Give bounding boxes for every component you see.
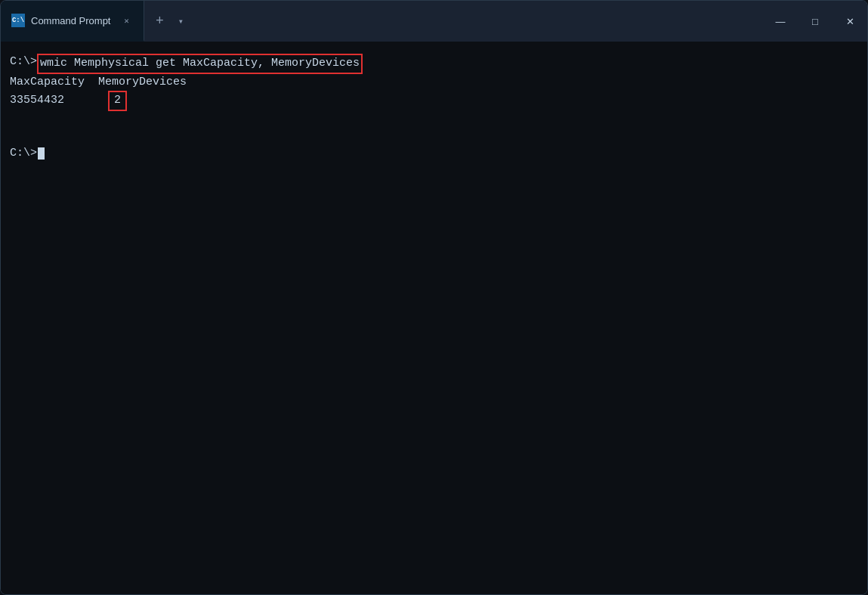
max-capacity-value: 33554432 — [10, 92, 108, 110]
window: C:\ Command Prompt ✕ + ▾ — □ ✕ C:\>wmic … — [0, 0, 868, 595]
title-bar: C:\ Command Prompt ✕ + ▾ — □ ✕ — [1, 1, 867, 42]
cmd-icon: C:\ — [11, 14, 25, 27]
cursor — [38, 147, 45, 160]
blank-line-1 — [10, 111, 858, 129]
tab-dropdown-button[interactable]: ▾ — [171, 9, 190, 33]
blank-line-2 — [10, 128, 858, 145]
command-line: C:\>wmic Memphysical get MaxCapacity, Me… — [10, 54, 858, 74]
terminal-body[interactable]: C:\>wmic Memphysical get MaxCapacity, Me… — [1, 42, 867, 594]
tab-close-button[interactable]: ✕ — [119, 14, 133, 27]
output-value-line: 33554432 2 — [10, 91, 858, 111]
tab-title: Command Prompt — [31, 15, 110, 26]
output-header: MaxCapacity MemoryDevices — [10, 74, 858, 91]
tab-area: C:\ Command Prompt ✕ + ▾ — [1, 1, 763, 42]
maximize-button[interactable]: □ — [798, 1, 832, 42]
window-controls: — □ ✕ — [763, 1, 867, 42]
command-highlight-box: wmic Memphysical get MaxCapacity, Memory… — [37, 54, 363, 74]
prompt-prefix-2: C:\> — [10, 145, 37, 163]
memory-devices-value: 2 — [114, 94, 121, 107]
command-text: wmic Memphysical get MaxCapacity, Memory… — [40, 57, 360, 70]
close-button[interactable]: ✕ — [832, 1, 867, 42]
memory-devices-highlight-box: 2 — [108, 91, 127, 111]
new-tab-button[interactable]: + — [147, 9, 171, 33]
prompt-prefix-1: C:\> — [10, 54, 37, 71]
cursor-line: C:\> — [10, 145, 858, 163]
minimize-button[interactable]: — — [763, 1, 798, 42]
active-tab[interactable]: C:\ Command Prompt ✕ — [1, 1, 144, 42]
